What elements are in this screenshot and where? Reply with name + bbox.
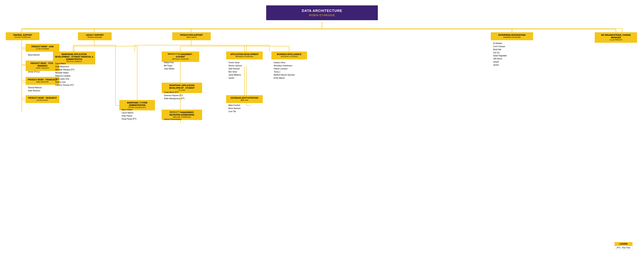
production-support-name: MIKE SMITH	[174, 36, 209, 39]
legend-body: (PT) - Part Time	[614, 246, 632, 250]
legacy-support-box: LEGACY SUPPORT BYRON HONORE	[78, 32, 112, 40]
mfd-r0: David Abere	[55, 62, 66, 65]
research-title: PRODUCT MGMT - RESEARCH	[28, 97, 57, 99]
ei-r0: DJ Barbier	[493, 42, 502, 44]
ei-r2: Brad Hall	[493, 48, 501, 50]
msa-r2: Kelly Payton	[122, 115, 132, 117]
financials-title: PRODUCT MGMT - FINANCIALS	[28, 78, 57, 81]
bi-r4: Bedford Nieves-Sanchez	[274, 74, 295, 76]
app-dev-name: BRANDON JOHNSON	[228, 55, 261, 58]
sis-title: SIS ORGANIZATIONAL CHANGE MANAGER	[597, 34, 635, 39]
totalrewards-report-0: Jenise D'Cruz	[28, 71, 40, 73]
ei-r3: Yan Qu	[493, 51, 500, 54]
prod-mgmt-student-box: PRODUCT MANAGEMENT - STUDENT BETHANY MAD…	[162, 51, 199, 62]
central-support-box: CENTRAL SUPPORT JUSTIN THORNTON	[6, 32, 40, 40]
bi-r3: Tricia Li	[274, 71, 280, 73]
bi-r2: Patrick Lemoine	[274, 68, 288, 70]
totalrewards-name: KORY CROUCH	[28, 67, 57, 69]
enterprise-title: ENTERPRISE INTEGRATIONS	[493, 34, 531, 36]
prod-mgmt-recruiting-name: MELANIE THORNTON	[164, 116, 200, 118]
root-name: ROBIN ETHRIDGE	[274, 14, 370, 17]
msa-r3: Doug Pacas (PT)	[122, 118, 136, 120]
mainframe-dev-student-title: MAINFRAME APPLICATION DEVELOPMENT - STUD…	[164, 84, 200, 89]
financials-box: PRODUCT MGMT - FINANCIALS MEG WESSON	[26, 77, 59, 85]
dba-r0: Mark Foretich	[228, 104, 240, 106]
ad-r1: Steven Jackson	[228, 65, 242, 67]
financials-report-1: Sean Brannon	[28, 90, 40, 92]
mfd-r3: Michelle Hebert	[55, 72, 68, 74]
bi-box: BUSINESS INTELLIGENCE ANTHONY ALFONSO	[272, 51, 307, 59]
mfd-r6: Donna Love	[55, 81, 66, 83]
sis-name: ALLIE PRESTIE	[597, 39, 635, 41]
hcm-title: PRODUCT MGMT - HCM	[28, 45, 57, 48]
ei-r1: Corin Canepa	[493, 45, 505, 47]
research-name: DAVID BAILEY	[28, 99, 57, 101]
enterprise-box: ENTERPRISE INTEGRATIONS SHERWIN SHAIDAEE	[491, 32, 533, 40]
msa-r1: Lance Nelson	[122, 112, 134, 114]
root-title: DATA ARCHITECTURE	[274, 9, 370, 13]
mds-r1: Solomon Haynes (PT)	[164, 94, 183, 96]
ei-r5: Jeff Simon	[493, 58, 502, 60]
ad-r3: Ben Stout	[228, 71, 237, 73]
org-chart: DATA ARCHITECTURE ROBIN ETHRIDGE CENTRAL…	[0, 0, 644, 269]
bi-r1: Nicholaus Hutchinson	[274, 65, 292, 67]
hcm-name: CASEY PARKER	[28, 48, 57, 50]
dba-r2: Liuxi Tan	[228, 110, 236, 112]
mainframe-dev-title: MAINFRAME APPLICATION DEVELOPMENT - STUD…	[55, 53, 93, 60]
bi-title: BUSINESS INTELLIGENCE	[273, 53, 305, 55]
mfd-r1: Anita Beaumont	[55, 66, 69, 68]
pmr-r0: James Schexnaydre	[164, 118, 182, 120]
mainframe-sysadmin-name: FRANK O'QUINN (PT)	[121, 106, 153, 109]
db-admin-name: BEN YAN	[228, 99, 261, 101]
ei-r7: vacant	[493, 64, 499, 66]
mainframe-sysadmin-title: MAINFRAME SYSTEM ADMINISTRATION	[121, 101, 153, 106]
dba-r1: Brent Spencer	[228, 107, 241, 109]
legend-title: LEGEND	[614, 242, 632, 246]
prod-mgmt-student-name: BETHANY MADSON	[164, 58, 197, 60]
hcm-report-0: Alexa Butcher	[28, 54, 40, 56]
ei-r4: Dylan Ragsdale	[493, 55, 507, 57]
pms-r1: Bill Toups	[164, 65, 172, 67]
db-admin-title: DATABASE ADMINISTRATION	[228, 97, 261, 99]
app-dev-title: APPLICATION DEVELOPMENT	[228, 53, 261, 55]
ad-r0: Trevor Huval	[228, 61, 240, 64]
mainframe-dev-student-name: VACANT	[164, 89, 200, 91]
sis-box: SIS ORGANIZATIONAL CHANGE MANAGER ALLIE …	[595, 32, 637, 43]
research-box: PRODUCT MGMT - RESEARCH DAVID BAILEY	[26, 95, 59, 103]
app-dev-box: APPLICATION DEVELOPMENT BRANDON JOHNSON	[226, 51, 263, 59]
ad-r4: Jared Williams	[228, 74, 241, 76]
legacy-support-name: BYRON HONORE	[80, 36, 110, 39]
connector-lines-2	[0, 0, 644, 269]
legend: LEGEND (PT) - Part Time	[614, 242, 632, 250]
mfd-r4: Rebecca Langlois	[55, 75, 71, 77]
pms-r0: Robert Poe	[164, 61, 174, 64]
mds-r0: Cindy Bloch (PT)	[164, 91, 178, 93]
prod-mgmt-recruiting-title: PRODUCT MANAGEMENT- RECRUITING/ADMISSION…	[164, 111, 200, 116]
mfd-r7: Camron Thomas (PT)	[55, 84, 74, 86]
prod-mgmt-student-title: PRODUCT MANAGEMENT - STUDENT	[164, 53, 197, 58]
mfd-r2: Michelle Gillespie (PT)	[55, 69, 74, 71]
db-admin-box: DATABASE ADMINISTRATION BEN YAN	[226, 95, 263, 103]
hcm-box: PRODUCT MGMT - HCM CASEY PARKER	[26, 44, 59, 52]
bi-name: ANTHONY ALFONSO	[273, 55, 305, 58]
financials-report-0: Samuel Abboud	[28, 86, 42, 89]
legacy-support-title: LEGACY SUPPORT	[80, 34, 110, 36]
root-node: DATA ARCHITECTURE ROBIN ETHRIDGE	[266, 5, 378, 20]
ad-r2: Seth Richard	[228, 68, 240, 70]
ei-r6: vacant	[493, 61, 499, 63]
pms-r2: Jody Weeks	[164, 68, 174, 70]
mfd-r5: Amy Lopez-Ona	[55, 78, 69, 80]
enterprise-name: SHERWIN SHAIDAEE	[493, 36, 531, 39]
central-support-title: CENTRAL SUPPORT	[8, 34, 38, 36]
connector-lines	[0, 0, 644, 269]
production-support-title: PRODUCTION SUPPORT	[174, 34, 209, 36]
central-support-name: JUSTIN THORNTON	[8, 36, 38, 39]
bi-r0: Hudson Hess	[274, 61, 285, 64]
msa-r0: Barry Hebert	[122, 109, 132, 111]
mds-r2: Robin Montgomery (PT)	[164, 97, 184, 100]
financials-name: MEG WESSON	[28, 81, 57, 83]
ad-r5: vacant	[228, 77, 234, 79]
production-support-box: PRODUCTION SUPPORT MIKE SMITH	[172, 32, 211, 40]
bi-r5: Emily Wayne	[274, 77, 285, 79]
